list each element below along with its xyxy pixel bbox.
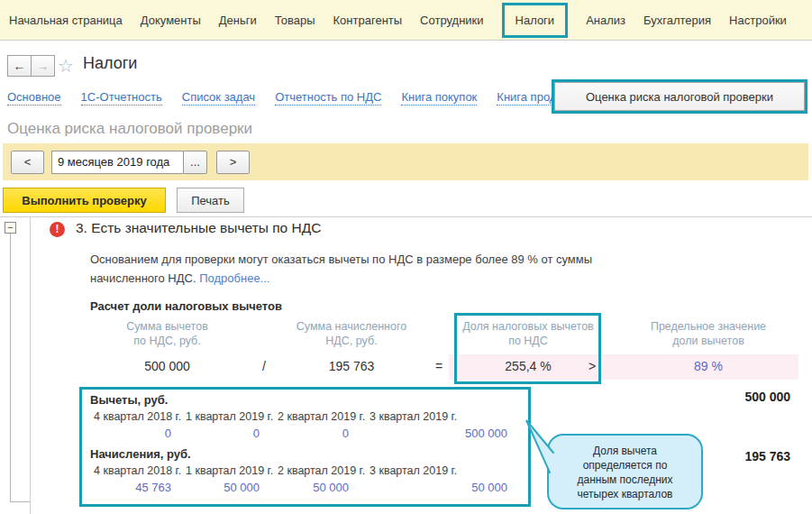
back-button[interactable]: ← [7,55,32,77]
section-description-line2-wrap: начисленного НДС. Подробнее... [90,269,269,288]
divide-operator: / [262,359,266,373]
deductions-q1-label: 4 квартал 2018 г. [94,410,181,423]
menu-item-home[interactable]: Начальная страница [9,14,123,27]
link-vat-reporting[interactable]: Отчетность по НДС [275,90,381,106]
window-title: Налоги [83,54,137,73]
menu-item-settings[interactable]: Настройки [729,14,787,27]
forward-button[interactable]: → [31,55,55,77]
tree-line-elbow [10,501,30,502]
deductions-q3-label: 2 квартал 2019 г. [278,410,365,423]
col-header-deductions-line2: по НДС, руб. [93,334,242,348]
menu-item-goods[interactable]: Товары [275,14,315,27]
col-header-limit-line2: доли вычетов [631,334,786,348]
previous-period-button[interactable]: < [11,151,44,174]
callout-line1: Доля вычета [549,444,701,458]
collapse-icon: − [7,222,13,233]
page-title: Оценка риска налоговой проверки [7,120,252,138]
col-header-limit: Предельное значение доли вычетов [631,319,786,348]
link-task-list[interactable]: Список задач [182,90,255,106]
more-details-link[interactable]: Подробнее... [199,271,269,285]
content-top-divider [0,216,812,217]
link-main[interactable]: Основное [7,90,61,106]
period-input[interactable] [51,151,183,174]
callout-tail [519,411,561,480]
deductions-q4-value[interactable]: 500 000 [370,427,507,440]
section-title: 3. Есть значительные вычеты по НДС [76,220,321,236]
col-header-accrued-line1: Сумма начисленного [270,319,433,334]
accruals-q4-label: 3 квартал 2019 г. [370,464,457,477]
col-header-accrued-line2: НДС, руб. [270,334,433,348]
exclamation-glyph: ! [56,223,59,235]
col-header-accrued: Сумма начисленного НДС, руб. [270,319,433,348]
deductions-q2-value[interactable]: 0 [186,427,260,440]
favorite-star-icon[interactable]: ☆ [58,55,74,77]
back-arrow-icon: ← [14,59,26,73]
period-more-button[interactable]: ... [183,151,207,174]
menu-item-analysis[interactable]: Анализ [586,14,625,27]
link-1c-reporting[interactable]: 1С-Отчетность [81,90,162,106]
accruals-block-title: Начисления, руб. [90,447,191,461]
accruals-q3-label: 2 квартал 2019 г. [278,464,365,477]
warning-icon: ! [50,222,65,237]
col-header-deductions: Сумма вычетов по НДС, руб. [93,319,242,348]
col-header-limit-line1: Предельное значение [631,319,786,334]
collapse-expander[interactable]: − [5,222,16,234]
section-links: Основное 1С-Отчетность Список задач Отче… [7,90,570,106]
calc-title: Расчет доли налоговых вычетов [90,299,282,313]
deductions-q4-label: 3 квартал 2019 г. [370,410,457,423]
section-description-line1: Основанием для проверки могут оказаться … [90,250,592,269]
risk-assessment-button-highlight: Оценка риска налоговой проверки [552,79,807,114]
next-period-button[interactable]: > [216,151,250,174]
col-header-deductions-line1: Сумма вычетов [93,319,242,334]
period-input-group: ... [51,151,207,174]
run-check-button[interactable]: Выполнить проверку [3,188,166,213]
accrued-sum-value: 195 763 [270,359,433,373]
equals-operator: = [435,359,442,373]
share-column-highlight-box [454,313,601,384]
menu-item-money[interactable]: Деньги [219,14,257,27]
tree-line-vertical [10,234,11,502]
limit-value: 89 % [631,359,786,373]
deductions-q1-value[interactable]: 0 [94,427,171,440]
total-deductions-value: 500 000 [727,390,790,404]
deductions-q3-value[interactable]: 0 [278,427,349,440]
accruals-q2-label: 1 квартал 2019 г. [186,464,273,477]
period-toolbar: < ... > [3,143,808,180]
accruals-q3-value[interactable]: 50 000 [278,481,349,494]
callout-line3: данным последних [549,473,701,487]
deductions-q2-label: 1 квартал 2019 г. [186,410,273,423]
callout-line4: четырех кварталов [549,487,701,501]
section-description-line2: начисленного НДС. [90,271,196,285]
callout-line2: определяется по [549,458,701,473]
deductions-sum-value: 500 000 [93,359,242,373]
accruals-q1-label: 4 квартал 2018 г. [94,464,181,477]
forward-arrow-icon: → [37,59,50,73]
accruals-q4-value[interactable]: 50 000 [370,481,507,494]
menu-item-documents[interactable]: Документы [141,14,201,27]
accruals-q2-value[interactable]: 50 000 [186,481,260,494]
risk-assessment-button[interactable]: Оценка риска налоговой проверки [554,82,805,111]
total-accruals-value: 195 763 [727,449,790,464]
content-left-border [30,216,31,514]
accruals-q1-value[interactable]: 45 763 [94,481,171,494]
menu-item-accounting[interactable]: Бухгалтерия [643,14,711,27]
print-button[interactable]: Печать [177,188,244,213]
menu-item-taxes[interactable]: Налоги [502,3,569,38]
deductions-block-title: Вычеты, руб. [90,393,168,407]
callout-bubble: Доля вычета определяется по данным после… [547,434,703,509]
main-menu: Начальная страница Документы Деньги Това… [0,0,812,41]
menu-item-employees[interactable]: Сотрудники [420,14,483,27]
link-purchase-book[interactable]: Книга покупок [401,90,477,106]
menu-item-contractors[interactable]: Контрагенты [333,14,403,27]
